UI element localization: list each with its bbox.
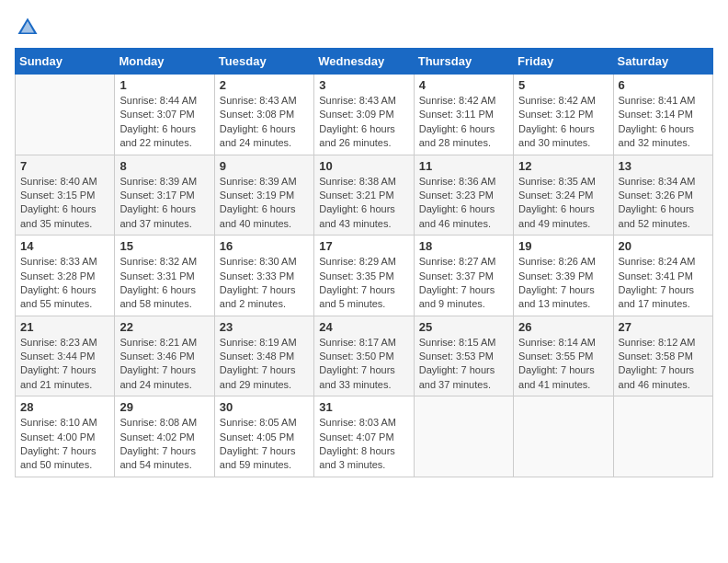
calendar-week-row: 7 Sunrise: 8:40 AMSunset: 3:15 PMDayligh…	[16, 155, 713, 236]
day-info: Sunrise: 8:43 AMSunset: 3:08 PMDaylight:…	[220, 94, 309, 151]
calendar-day-cell: 21 Sunrise: 8:23 AMSunset: 3:44 PMDaylig…	[16, 316, 115, 396]
day-info: Sunrise: 8:17 AMSunset: 3:50 PMDaylight:…	[319, 336, 408, 393]
day-info: Sunrise: 8:35 AMSunset: 3:24 PMDaylight:…	[518, 175, 608, 232]
day-info: Sunrise: 8:03 AMSunset: 4:07 PMDaylight:…	[319, 416, 408, 473]
calendar-day-cell: 3 Sunrise: 8:43 AMSunset: 3:09 PMDayligh…	[314, 75, 414, 155]
day-info: Sunrise: 8:32 AMSunset: 3:31 PMDaylight:…	[119, 255, 209, 312]
calendar-day-cell: 16 Sunrise: 8:30 AMSunset: 3:33 PMDaylig…	[214, 236, 313, 316]
day-info: Sunrise: 8:14 AMSunset: 3:55 PMDaylight:…	[518, 336, 608, 393]
day-number: 24	[319, 320, 408, 334]
calendar-day-cell: 9 Sunrise: 8:39 AMSunset: 3:19 PMDayligh…	[214, 155, 313, 236]
calendar-day-cell	[16, 75, 115, 155]
calendar-header-row: SundayMondayTuesdayWednesdayThursdayFrid…	[16, 49, 713, 75]
day-info: Sunrise: 8:34 AMSunset: 3:26 PMDaylight:…	[619, 175, 708, 232]
calendar-day-cell: 17 Sunrise: 8:29 AMSunset: 3:35 PMDaylig…	[314, 236, 414, 316]
calendar-day-cell: 13 Sunrise: 8:34 AMSunset: 3:26 PMDaylig…	[613, 155, 712, 236]
day-info: Sunrise: 8:26 AMSunset: 3:39 PMDaylight:…	[518, 255, 608, 312]
day-number: 22	[119, 320, 209, 334]
day-info: Sunrise: 8:15 AMSunset: 3:53 PMDaylight:…	[419, 336, 508, 393]
calendar-day-cell: 1 Sunrise: 8:44 AMSunset: 3:07 PMDayligh…	[115, 75, 214, 155]
day-info: Sunrise: 8:29 AMSunset: 3:35 PMDaylight:…	[319, 255, 408, 312]
day-info: Sunrise: 8:33 AMSunset: 3:28 PMDaylight:…	[20, 255, 109, 312]
day-number: 30	[220, 400, 309, 414]
day-number: 4	[419, 78, 508, 92]
day-info: Sunrise: 8:19 AMSunset: 3:48 PMDaylight:…	[220, 336, 309, 393]
day-info: Sunrise: 8:27 AMSunset: 3:37 PMDaylight:…	[419, 255, 508, 312]
day-info: Sunrise: 8:39 AMSunset: 3:19 PMDaylight:…	[220, 175, 309, 232]
day-number: 15	[119, 239, 209, 253]
calendar-day-cell: 14 Sunrise: 8:33 AMSunset: 3:28 PMDaylig…	[16, 236, 115, 316]
day-info: Sunrise: 8:05 AMSunset: 4:05 PMDaylight:…	[220, 416, 309, 473]
day-number: 14	[20, 239, 109, 253]
day-number: 13	[619, 159, 708, 173]
day-number: 1	[119, 78, 209, 92]
day-number: 10	[319, 159, 408, 173]
calendar-day-cell: 27 Sunrise: 8:12 AMSunset: 3:58 PMDaylig…	[613, 316, 712, 396]
day-number: 7	[20, 159, 109, 173]
calendar-day-header: Monday	[115, 49, 214, 75]
day-info: Sunrise: 8:41 AMSunset: 3:14 PMDaylight:…	[619, 94, 708, 151]
day-info: Sunrise: 8:38 AMSunset: 3:21 PMDaylight:…	[319, 175, 408, 232]
page-header	[15, 15, 713, 40]
calendar-day-cell: 7 Sunrise: 8:40 AMSunset: 3:15 PMDayligh…	[16, 155, 115, 236]
day-number: 2	[220, 78, 309, 92]
calendar-day-cell: 12 Sunrise: 8:35 AMSunset: 3:24 PMDaylig…	[514, 155, 613, 236]
day-info: Sunrise: 8:39 AMSunset: 3:17 PMDaylight:…	[119, 175, 209, 232]
calendar-day-cell: 25 Sunrise: 8:15 AMSunset: 3:53 PMDaylig…	[414, 316, 513, 396]
day-number: 21	[20, 320, 109, 334]
calendar-day-cell: 4 Sunrise: 8:42 AMSunset: 3:11 PMDayligh…	[414, 75, 513, 155]
day-number: 27	[619, 320, 708, 334]
day-number: 11	[419, 159, 508, 173]
day-number: 9	[220, 159, 309, 173]
calendar-day-cell: 29 Sunrise: 8:08 AMSunset: 4:02 PMDaylig…	[115, 396, 214, 477]
day-info: Sunrise: 8:12 AMSunset: 3:58 PMDaylight:…	[619, 336, 708, 393]
calendar-day-cell: 8 Sunrise: 8:39 AMSunset: 3:17 PMDayligh…	[115, 155, 214, 236]
day-number: 23	[220, 320, 309, 334]
day-number: 28	[20, 400, 109, 414]
calendar-day-cell: 11 Sunrise: 8:36 AMSunset: 3:23 PMDaylig…	[414, 155, 513, 236]
calendar-day-cell: 22 Sunrise: 8:21 AMSunset: 3:46 PMDaylig…	[115, 316, 214, 396]
calendar-day-cell: 15 Sunrise: 8:32 AMSunset: 3:31 PMDaylig…	[115, 236, 214, 316]
day-info: Sunrise: 8:30 AMSunset: 3:33 PMDaylight:…	[220, 255, 309, 312]
day-number: 25	[419, 320, 508, 334]
day-info: Sunrise: 8:42 AMSunset: 3:11 PMDaylight:…	[419, 94, 508, 151]
calendar-week-row: 28 Sunrise: 8:10 AMSunset: 4:00 PMDaylig…	[16, 396, 713, 477]
day-number: 31	[319, 400, 408, 414]
day-info: Sunrise: 8:36 AMSunset: 3:23 PMDaylight:…	[419, 175, 508, 232]
calendar-day-header: Friday	[514, 49, 613, 75]
calendar-day-header: Sunday	[16, 49, 115, 75]
calendar-day-cell: 31 Sunrise: 8:03 AMSunset: 4:07 PMDaylig…	[314, 396, 414, 477]
day-number: 18	[419, 239, 508, 253]
day-number: 19	[518, 239, 608, 253]
calendar-day-cell: 5 Sunrise: 8:42 AMSunset: 3:12 PMDayligh…	[514, 75, 613, 155]
calendar-day-cell: 23 Sunrise: 8:19 AMSunset: 3:48 PMDaylig…	[214, 316, 313, 396]
day-number: 16	[220, 239, 309, 253]
logo-icon	[15, 15, 40, 40]
day-info: Sunrise: 8:08 AMSunset: 4:02 PMDaylight:…	[119, 416, 209, 473]
calendar-day-cell	[414, 396, 513, 477]
calendar-day-header: Tuesday	[214, 49, 313, 75]
calendar-day-cell: 26 Sunrise: 8:14 AMSunset: 3:55 PMDaylig…	[514, 316, 613, 396]
calendar-day-cell: 19 Sunrise: 8:26 AMSunset: 3:39 PMDaylig…	[514, 236, 613, 316]
calendar-day-cell	[613, 396, 712, 477]
calendar-day-cell: 28 Sunrise: 8:10 AMSunset: 4:00 PMDaylig…	[16, 396, 115, 477]
day-info: Sunrise: 8:44 AMSunset: 3:07 PMDaylight:…	[119, 94, 209, 151]
day-number: 5	[518, 78, 608, 92]
calendar-day-cell: 10 Sunrise: 8:38 AMSunset: 3:21 PMDaylig…	[314, 155, 414, 236]
calendar-table: SundayMondayTuesdayWednesdayThursdayFrid…	[15, 48, 713, 477]
day-number: 26	[518, 320, 608, 334]
day-number: 20	[619, 239, 708, 253]
day-info: Sunrise: 8:43 AMSunset: 3:09 PMDaylight:…	[319, 94, 408, 151]
day-info: Sunrise: 8:42 AMSunset: 3:12 PMDaylight:…	[518, 94, 608, 151]
calendar-day-cell: 18 Sunrise: 8:27 AMSunset: 3:37 PMDaylig…	[414, 236, 513, 316]
day-info: Sunrise: 8:24 AMSunset: 3:41 PMDaylight:…	[619, 255, 708, 312]
calendar-day-header: Wednesday	[314, 49, 414, 75]
day-number: 6	[619, 78, 708, 92]
day-number: 12	[518, 159, 608, 173]
calendar-week-row: 14 Sunrise: 8:33 AMSunset: 3:28 PMDaylig…	[16, 236, 713, 316]
day-number: 17	[319, 239, 408, 253]
day-number: 8	[119, 159, 209, 173]
calendar-day-cell	[514, 396, 613, 477]
calendar-day-cell: 2 Sunrise: 8:43 AMSunset: 3:08 PMDayligh…	[214, 75, 313, 155]
calendar-week-row: 1 Sunrise: 8:44 AMSunset: 3:07 PMDayligh…	[16, 75, 713, 155]
